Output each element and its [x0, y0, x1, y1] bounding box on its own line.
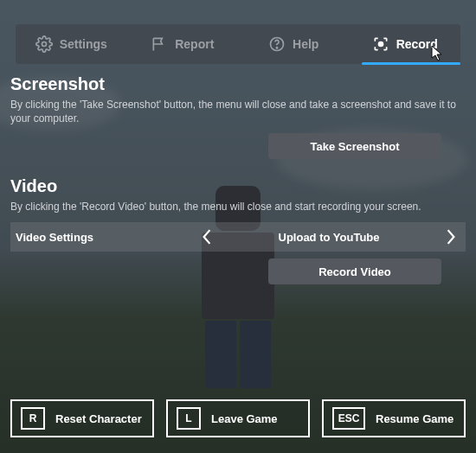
flag-icon: [151, 35, 168, 53]
video-settings-label: Video Settings: [10, 231, 192, 244]
tab-record[interactable]: Record: [350, 24, 461, 64]
button-label: Resume Game: [376, 412, 453, 425]
video-section: Video By clicking the 'Record Video' but…: [10, 176, 466, 284]
active-tab-underline: [362, 62, 460, 65]
gear-icon: [35, 35, 53, 53]
record-icon: [372, 35, 389, 53]
selector-prev-button[interactable]: [192, 229, 222, 245]
video-heading: Video: [10, 176, 466, 196]
resume-game-button[interactable]: ESC Resume Game: [322, 399, 466, 437]
take-screenshot-button[interactable]: Take Screenshot: [268, 133, 441, 159]
button-label: Reset Character: [55, 412, 142, 425]
tab-help[interactable]: Help: [238, 24, 350, 64]
button-label: Leave Game: [211, 412, 278, 425]
svg-point-3: [378, 42, 383, 47]
video-settings-selector: Video Settings Upload to YouTube: [10, 222, 466, 252]
selector-next-button[interactable]: [436, 229, 466, 245]
tab-label: Record: [396, 37, 438, 51]
tab-settings[interactable]: Settings: [16, 24, 127, 64]
svg-point-0: [42, 42, 46, 47]
video-desc: By clicking the 'Record Video' button, t…: [10, 200, 466, 214]
bottom-action-bar: R Reset Character L Leave Game ESC Resum…: [10, 399, 466, 437]
keycap: L: [177, 407, 201, 430]
tab-label: Report: [175, 37, 214, 51]
record-panel: Screenshot By clicking the 'Take Screens…: [10, 74, 466, 125]
video-settings-value: Upload to YouTube: [222, 231, 436, 244]
keycap: ESC: [332, 407, 365, 430]
chevron-right-icon: [445, 229, 457, 245]
svg-point-2: [276, 48, 277, 48]
screenshot-heading: Screenshot: [10, 74, 466, 94]
menu-tabbar: Settings Report Help Record: [16, 24, 460, 64]
reset-character-button[interactable]: R Reset Character: [10, 399, 154, 437]
leave-game-button[interactable]: L Leave Game: [166, 399, 310, 437]
game-menu-record: Settings Report Help Record Screenshot B…: [0, 0, 476, 453]
keycap: R: [21, 407, 45, 430]
tab-report[interactable]: Report: [127, 24, 239, 64]
button-label: Take Screenshot: [310, 140, 399, 153]
help-icon: [268, 35, 286, 53]
button-label: Record Video: [318, 265, 391, 278]
chevron-left-icon: [201, 229, 213, 245]
record-video-button[interactable]: Record Video: [268, 258, 441, 284]
tab-label: Help: [293, 37, 318, 51]
screenshot-desc: By clicking the 'Take Screenshot' button…: [10, 98, 466, 125]
tab-label: Settings: [60, 37, 107, 51]
